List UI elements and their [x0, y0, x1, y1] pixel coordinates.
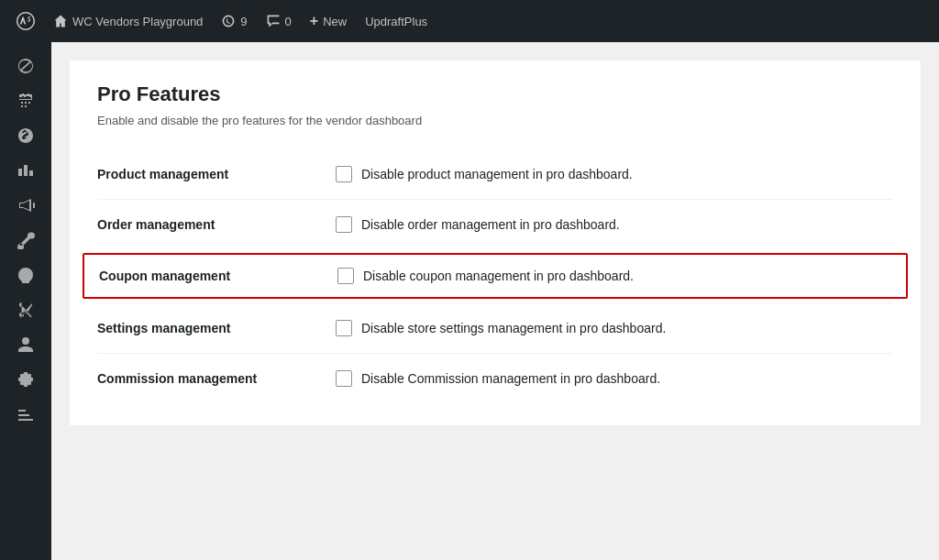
admin-bar-new[interactable]: + New [303, 0, 354, 42]
admin-bar-home[interactable]: WC Vendors Playground [46, 0, 210, 42]
sidebar [0, 42, 51, 560]
sidebar-icon-marketing[interactable] [7, 189, 44, 222]
settings-row-settings-management: Settings management Disable store settin… [97, 303, 893, 353]
checkbox-label-order-management: Disable order management in pro dashboar… [361, 217, 620, 232]
row-label-product-management: Product management [97, 167, 336, 181]
settings-row-order-management: Order management Disable order managemen… [97, 200, 893, 249]
row-label-commission-management: Commission management [97, 371, 336, 386]
settings-row-product-management: Product management Disable product manag… [97, 149, 893, 199]
checkbox-label-commission-management: Disable Commission management in pro das… [361, 371, 660, 386]
checkbox-order-management[interactable] [336, 216, 352, 233]
admin-bar-comments[interactable]: 0 [259, 0, 299, 42]
row-control-coupon-management[interactable]: Disable coupon management in pro dashboa… [337, 268, 634, 284]
admin-bar-plugin[interactable]: UpdraftPlus [358, 0, 435, 42]
page-title: Pro Features [97, 82, 893, 106]
site-name: WC Vendors Playground [72, 15, 203, 28]
plugin-label: UpdraftPlus [365, 15, 427, 28]
checkbox-product-management[interactable] [336, 166, 352, 182]
settings-row-commission-management: Commission management Disable Commission… [97, 354, 893, 403]
sidebar-icon-scissors[interactable] [7, 293, 44, 326]
sidebar-icon-users[interactable] [7, 328, 44, 361]
row-control-product-management[interactable]: Disable product management in pro dashbo… [336, 166, 633, 182]
sidebar-icon-reports[interactable] [7, 154, 44, 187]
row-control-commission-management[interactable]: Disable Commission management in pro das… [336, 370, 660, 387]
checkbox-settings-management[interactable] [336, 320, 352, 336]
comments-count: 0 [285, 15, 292, 28]
sidebar-icon-sales[interactable] [7, 119, 44, 152]
page-subtitle: Enable and disable the pro features for … [97, 114, 893, 127]
settings-row-coupon-management: Coupon management Disable coupon managem… [83, 253, 908, 299]
checkbox-label-settings-management: Disable store settings management in pro… [361, 321, 666, 335]
settings-container: Product management Disable product manag… [97, 149, 893, 403]
wp-logo[interactable] [9, 0, 42, 42]
admin-bar: WC Vendors Playground 9 0 + New UpdraftP… [0, 0, 939, 42]
sidebar-icon-appearance[interactable] [7, 258, 44, 291]
row-label-coupon-management: Coupon management [99, 269, 337, 283]
sidebar-icon-tools[interactable] [7, 224, 44, 257]
sidebar-icon-calendar[interactable] [7, 84, 44, 117]
checkbox-label-coupon-management: Disable coupon management in pro dashboa… [363, 269, 634, 283]
content-area: Pro Features Enable and disable the pro … [51, 42, 939, 560]
updates-count: 9 [240, 15, 247, 28]
row-control-order-management[interactable]: Disable order management in pro dashboar… [336, 216, 620, 233]
checkbox-commission-management[interactable] [336, 370, 352, 387]
checkbox-coupon-management[interactable] [337, 268, 354, 284]
row-label-settings-management: Settings management [97, 321, 336, 335]
checkbox-label-product-management: Disable product management in pro dashbo… [361, 167, 633, 181]
sidebar-icon-order[interactable] [7, 398, 44, 431]
admin-bar-updates[interactable]: 9 [214, 0, 254, 42]
row-label-order-management: Order management [97, 217, 336, 232]
plus-icon: + [310, 13, 318, 29]
new-label: New [323, 15, 347, 28]
sidebar-icon-dashboard[interactable] [7, 49, 44, 82]
sidebar-icon-settings[interactable] [7, 363, 44, 396]
main-layout: Pro Features Enable and disable the pro … [0, 42, 939, 560]
content-inner: Pro Features Enable and disable the pro … [70, 60, 921, 425]
row-control-settings-management[interactable]: Disable store settings management in pro… [336, 320, 666, 336]
